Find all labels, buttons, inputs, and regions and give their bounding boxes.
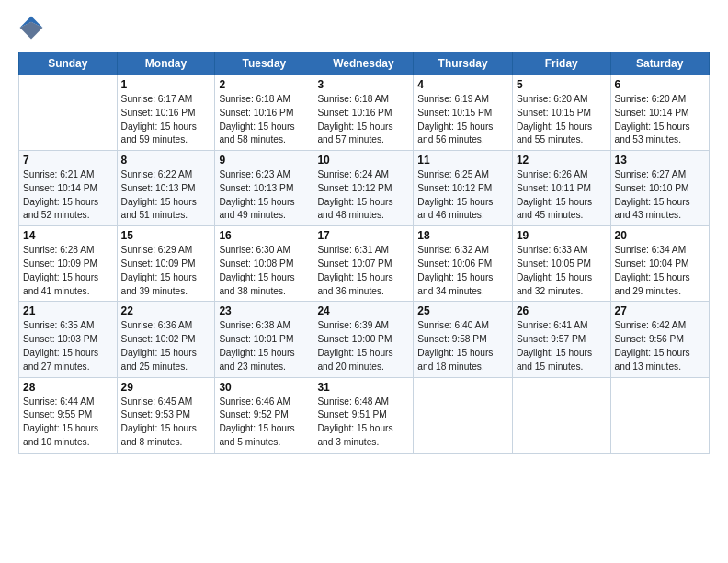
day-info: Sunrise: 6:34 AMSunset: 10:04 PMDaylight… [615,244,705,298]
day-cell: 16 Sunrise: 6:30 AMSunset: 10:08 PMDayli… [215,226,313,302]
day-cell: 27 Sunrise: 6:42 AMSunset: 9:56 PMDaylig… [610,302,709,377]
day-number: 25 [417,304,508,317]
day-number: 4 [417,78,508,91]
day-info: Sunrise: 6:18 AMSunset: 10:16 PMDaylight… [219,93,309,147]
day-info: Sunrise: 6:35 AMSunset: 10:03 PMDaylight… [23,319,113,373]
day-number: 26 [517,304,607,317]
day-cell: 15 Sunrise: 6:29 AMSunset: 10:09 PMDayli… [117,226,215,302]
day-number: 30 [219,381,309,394]
day-number: 23 [219,304,309,317]
day-cell: 10 Sunrise: 6:24 AMSunset: 10:12 PMDayli… [313,151,414,226]
day-info: Sunrise: 6:18 AMSunset: 10:16 PMDaylight… [317,93,409,147]
day-number: 21 [23,304,113,317]
day-cell: 20 Sunrise: 6:34 AMSunset: 10:04 PMDayli… [610,226,709,302]
day-cell: 4 Sunrise: 6:19 AMSunset: 10:15 PMDaylig… [414,75,513,151]
day-number: 9 [219,154,309,167]
day-info: Sunrise: 6:23 AMSunset: 10:13 PMDaylight… [219,168,309,223]
day-number: 28 [23,381,113,394]
day-info: Sunrise: 6:31 AMSunset: 10:07 PMDaylight… [317,244,409,298]
day-cell: 1 Sunrise: 6:17 AMSunset: 10:16 PMDaylig… [117,75,215,151]
day-cell: 6 Sunrise: 6:20 AMSunset: 10:14 PMDaylig… [610,75,709,151]
day-cell: 8 Sunrise: 6:22 AMSunset: 10:13 PMDaylig… [117,151,215,226]
day-number: 11 [417,154,508,167]
day-cell: 25 Sunrise: 6:40 AMSunset: 9:58 PMDaylig… [414,302,513,377]
day-number: 22 [121,304,211,317]
day-info: Sunrise: 6:39 AMSunset: 10:00 PMDaylight… [317,319,409,373]
weekday-header-monday: Monday [117,52,215,75]
day-info: Sunrise: 6:32 AMSunset: 10:06 PMDaylight… [417,244,508,298]
day-number: 5 [517,78,607,91]
weekday-header-sunday: Sunday [19,52,118,75]
day-number: 2 [219,78,309,91]
day-cell [19,75,118,151]
day-info: Sunrise: 6:44 AMSunset: 9:55 PMDaylight:… [23,396,113,450]
day-cell: 21 Sunrise: 6:35 AMSunset: 10:03 PMDayli… [19,302,118,377]
page: SundayMondayTuesdayWednesdayThursdayFrid… [0,0,728,563]
day-cell: 23 Sunrise: 6:38 AMSunset: 10:01 PMDayli… [215,302,313,377]
day-number: 6 [615,78,705,91]
day-info: Sunrise: 6:40 AMSunset: 9:58 PMDaylight:… [417,319,508,373]
day-number: 8 [121,154,211,167]
day-info: Sunrise: 6:29 AMSunset: 10:09 PMDaylight… [121,244,211,298]
day-cell: 14 Sunrise: 6:28 AMSunset: 10:09 PMDayli… [19,226,118,302]
day-number: 14 [23,229,113,242]
day-cell: 2 Sunrise: 6:18 AMSunset: 10:16 PMDaylig… [215,75,313,151]
logo-icon [18,15,44,40]
day-cell [414,377,513,453]
weekday-header-friday: Friday [512,52,610,75]
day-info: Sunrise: 6:19 AMSunset: 10:15 PMDaylight… [417,93,508,147]
day-cell: 13 Sunrise: 6:27 AMSunset: 10:10 PMDayli… [610,151,709,226]
weekday-header-thursday: Thursday [414,52,513,75]
day-number: 29 [121,381,211,394]
day-info: Sunrise: 6:27 AMSunset: 10:10 PMDaylight… [615,168,705,223]
week-row-3: 14 Sunrise: 6:28 AMSunset: 10:09 PMDayli… [19,226,710,302]
day-info: Sunrise: 6:17 AMSunset: 10:16 PMDaylight… [121,93,211,147]
day-number: 10 [317,154,409,167]
day-info: Sunrise: 6:22 AMSunset: 10:13 PMDaylight… [121,168,211,223]
day-number: 16 [219,229,309,242]
day-cell: 5 Sunrise: 6:20 AMSunset: 10:15 PMDaylig… [512,75,610,151]
day-info: Sunrise: 6:33 AMSunset: 10:05 PMDaylight… [517,244,607,298]
day-number: 24 [317,304,409,317]
day-cell: 28 Sunrise: 6:44 AMSunset: 9:55 PMDaylig… [19,377,118,453]
week-row-2: 7 Sunrise: 6:21 AMSunset: 10:14 PMDaylig… [19,151,710,226]
day-cell: 11 Sunrise: 6:25 AMSunset: 10:12 PMDayli… [414,151,513,226]
weekday-header-wednesday: Wednesday [313,52,414,75]
day-info: Sunrise: 6:20 AMSunset: 10:15 PMDaylight… [517,93,607,147]
day-cell: 24 Sunrise: 6:39 AMSunset: 10:00 PMDayli… [313,302,414,377]
weekday-header-saturday: Saturday [610,52,709,75]
header [18,15,710,40]
day-cell: 26 Sunrise: 6:41 AMSunset: 9:57 PMDaylig… [512,302,610,377]
day-cell: 17 Sunrise: 6:31 AMSunset: 10:07 PMDayli… [313,226,414,302]
day-cell: 12 Sunrise: 6:26 AMSunset: 10:11 PMDayli… [512,151,610,226]
day-number: 12 [517,154,607,167]
weekday-header-tuesday: Tuesday [215,52,313,75]
day-info: Sunrise: 6:36 AMSunset: 10:02 PMDaylight… [121,319,211,373]
week-row-4: 21 Sunrise: 6:35 AMSunset: 10:03 PMDayli… [19,302,710,377]
day-number: 27 [615,304,705,317]
weekday-header-row: SundayMondayTuesdayWednesdayThursdayFrid… [19,52,710,75]
day-info: Sunrise: 6:24 AMSunset: 10:12 PMDaylight… [317,168,409,223]
day-info: Sunrise: 6:42 AMSunset: 9:56 PMDaylight:… [615,319,705,373]
day-info: Sunrise: 6:30 AMSunset: 10:08 PMDaylight… [219,244,309,298]
day-number: 15 [121,229,211,242]
day-cell: 3 Sunrise: 6:18 AMSunset: 10:16 PMDaylig… [313,75,414,151]
week-row-5: 28 Sunrise: 6:44 AMSunset: 9:55 PMDaylig… [19,377,710,453]
day-info: Sunrise: 6:38 AMSunset: 10:01 PMDaylight… [219,319,309,373]
calendar-table: SundayMondayTuesdayWednesdayThursdayFrid… [18,52,710,454]
day-number: 18 [417,229,508,242]
day-number: 1 [121,78,211,91]
day-cell: 31 Sunrise: 6:48 AMSunset: 9:51 PMDaylig… [313,377,414,453]
day-info: Sunrise: 6:45 AMSunset: 9:53 PMDaylight:… [121,396,211,450]
day-number: 31 [317,381,409,394]
day-cell [610,377,709,453]
day-cell: 22 Sunrise: 6:36 AMSunset: 10:02 PMDayli… [117,302,215,377]
day-cell [512,377,610,453]
day-number: 20 [615,229,705,242]
day-info: Sunrise: 6:28 AMSunset: 10:09 PMDaylight… [23,244,113,298]
day-info: Sunrise: 6:48 AMSunset: 9:51 PMDaylight:… [317,396,409,450]
day-info: Sunrise: 6:46 AMSunset: 9:52 PMDaylight:… [219,396,309,450]
day-number: 19 [517,229,607,242]
day-cell: 19 Sunrise: 6:33 AMSunset: 10:05 PMDayli… [512,226,610,302]
day-number: 13 [615,154,705,167]
